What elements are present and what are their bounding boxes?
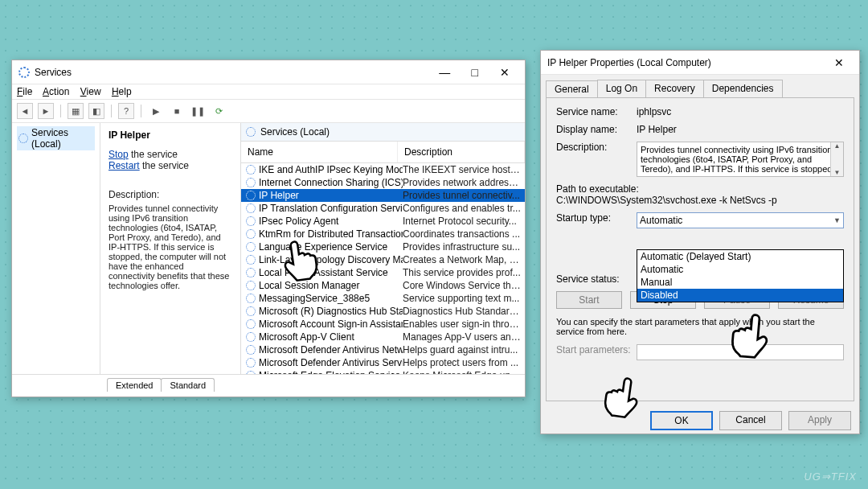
start-service-button[interactable]: ▶ [148,103,164,119]
description-textbox[interactable]: Provides tunnel connectivity using IPv6 … [637,142,844,177]
startup-option[interactable]: Disabled [637,289,843,302]
description-scroll[interactable]: ▲▼ [830,142,843,176]
tab-standard[interactable]: Standard [161,378,215,392]
label-path: Path to executable: [556,183,844,195]
services-list-header: Name Description [241,142,525,163]
service-row[interactable]: IKE and AuthIP IPsec Keying ModulesThe I… [241,163,525,176]
service-row[interactable]: Microsoft Defender Antivirus ServiceHelp… [241,356,525,369]
gear-icon [246,178,256,187]
detail-description-label: Description: [108,189,232,200]
tab-body-general: Service name: iphlpsvc Display name: IP … [546,97,854,401]
service-row[interactable]: IP HelperProvides tunnel connectiv... [241,189,525,202]
gear-icon [246,268,256,277]
detail-description-text: Provides tunnel connectivity using IPv6 … [108,203,232,290]
tree-item-services-local[interactable]: Services (Local) [17,126,95,150]
gear-icon [246,203,256,213]
services-window: Services — □ ✕ FFileile Action View Help… [11,60,526,397]
dialog-action-buttons: OK Cancel Apply [541,406,859,435]
start-button: Start [556,291,622,309]
service-row[interactable]: Microsoft Account Sign-in AssistantEnabl… [241,318,525,331]
startup-option[interactable]: Automatic [637,263,843,276]
service-row[interactable]: Microsoft (R) Diagnostics Hub Standar...… [241,305,525,318]
gear-icon [246,242,256,252]
tab-logon[interactable]: Log On [597,80,646,97]
gear-icon [246,332,256,342]
tab-recovery[interactable]: Recovery [645,80,704,97]
help-button[interactable]: ? [118,103,134,119]
gear-icon [246,306,256,316]
menu-file[interactable]: FFileile [17,86,32,97]
restart-service-link[interactable]: Restart [108,160,140,171]
tab-extended[interactable]: Extended [107,378,162,392]
services-app-icon [18,67,30,78]
forward-button[interactable]: ► [38,103,54,119]
gear-icon [246,319,256,329]
startup-type-combo[interactable]: Automatic ▼ [637,212,844,228]
cancel-button[interactable]: Cancel [719,411,782,430]
services-title: Services [35,67,72,78]
services-detail-pane: IP Helper Stop the service Restart the s… [100,123,241,374]
properties-dialog: IP Helper Properties (Local Computer) ✕ … [540,50,860,434]
properties-title: IP Helper Properties (Local Computer) [547,57,711,68]
service-row[interactable]: MessagingService_388e5Service supporting… [241,292,525,305]
restart-service-button[interactable]: ⟳ [211,103,227,119]
label-service-name: Service name: [556,106,637,117]
menu-view[interactable]: View [80,86,101,97]
startup-type-dropdown[interactable]: Automatic (Delayed Start)AutomaticManual… [637,249,844,302]
label-start-params: Start parameters: [556,344,637,360]
startup-option[interactable]: Automatic (Delayed Start) [637,250,843,263]
services-titlebar[interactable]: Services — □ ✕ [12,60,525,84]
start-params-input [637,344,844,360]
gear-icon [246,127,256,137]
tab-general[interactable]: General [546,80,598,98]
column-description[interactable]: Description [398,142,525,162]
stop-service-button[interactable]: ■ [169,103,185,119]
services-menubar: FFileile Action View Help [12,84,525,100]
gear-icon [246,165,256,175]
properties-titlebar[interactable]: IP Helper Properties (Local Computer) ✕ [541,51,859,75]
service-row[interactable]: Local Session ManagerCore Windows Servic… [241,279,525,292]
close-button[interactable]: ✕ [825,51,853,75]
minimize-button[interactable]: — [431,60,458,84]
service-row[interactable]: Local Profile Assistant ServiceThis serv… [241,266,525,279]
stop-service-link[interactable]: Stop [108,149,129,160]
pause-service-button[interactable]: ❚❚ [190,103,206,119]
column-name[interactable]: Name [241,142,398,162]
apply-button: Apply [788,411,851,430]
service-row[interactable]: Microsoft Defender Antivirus Network I..… [241,343,525,356]
gear-icon [246,371,256,374]
maximize-button[interactable]: □ [461,60,489,84]
service-row[interactable]: KtmRm for Distributed Transaction Co...C… [241,228,525,240]
export-list-button[interactable]: ◧ [88,103,104,119]
services-bottom-tabs: Extended Standard [12,374,525,392]
start-params-note: You can specify the start parameters tha… [556,317,844,336]
gear-icon [246,345,256,355]
service-row[interactable]: IP Translation Configuration ServiceConf… [241,202,525,215]
label-service-status: Service status: [556,273,637,285]
menu-action[interactable]: Action [43,86,69,97]
service-row[interactable]: Microsoft Edge Elevation ServiceKeeps Mi… [241,369,525,374]
show-hide-tree-button[interactable]: ▦ [68,103,84,119]
gear-icon [18,134,28,143]
menu-help[interactable]: Help [112,86,132,97]
services-inner-title: Services (Local) [241,123,525,142]
close-button[interactable]: ✕ [491,60,518,84]
gear-icon [246,229,256,239]
service-row[interactable]: IPsec Policy AgentInternet Protocol secu… [241,215,525,228]
tab-dependencies[interactable]: Dependencies [703,80,783,97]
services-tree-pane: Services (Local) [12,123,100,374]
value-service-name: iphlpsvc [637,106,844,117]
service-row[interactable]: Internet Connection Sharing (ICS)Provide… [241,176,525,189]
service-row[interactable]: Microsoft App-V ClientManages App-V user… [241,331,525,343]
watermark-text: UG⇒TFIX [804,471,857,483]
services-list-pane: Services (Local) Name Description IKE an… [241,123,525,374]
label-startup-type: Startup type: [556,212,637,228]
startup-option[interactable]: Manual [637,276,843,289]
gear-icon [246,255,256,265]
services-rows[interactable]: IKE and AuthIP IPsec Keying ModulesThe I… [241,163,525,374]
services-toolbar: ◄ ► ▦ ◧ ? ▶ ■ ❚❚ ⟳ [12,100,525,123]
service-row[interactable]: Language Experience ServiceProvides infr… [241,240,525,253]
back-button[interactable]: ◄ [17,103,33,119]
service-row[interactable]: Link-Layer Topology Discovery MapperCrea… [241,253,525,266]
ok-button[interactable]: OK [650,411,713,430]
